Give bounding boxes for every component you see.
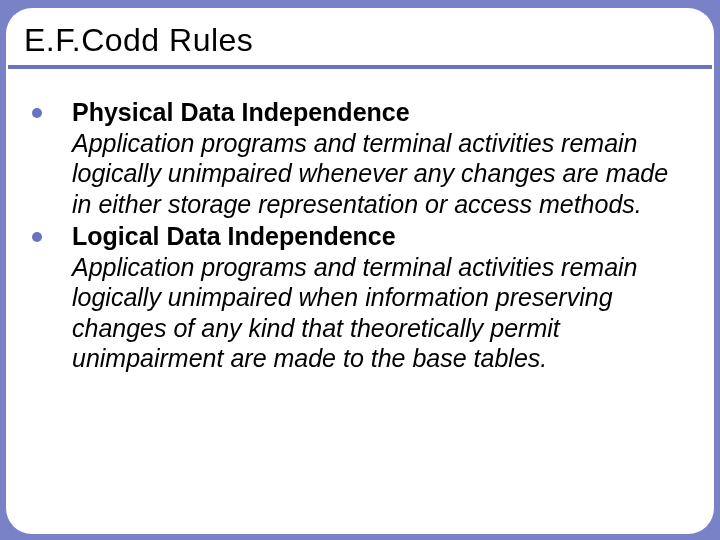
bullet-icon bbox=[32, 108, 42, 118]
title-bar: E.F.Codd Rules bbox=[8, 8, 712, 69]
slide-card: E.F.Codd Rules Physical Data Independenc… bbox=[6, 8, 714, 534]
rule-description: Application programs and terminal activi… bbox=[72, 129, 668, 218]
slide-body: Physical Data Independence Application p… bbox=[6, 69, 714, 386]
list-item: Logical Data Independence Application pr… bbox=[28, 221, 694, 374]
slide-title: E.F.Codd Rules bbox=[24, 22, 696, 59]
rule-description: Application programs and terminal activi… bbox=[72, 253, 638, 373]
list-item: Physical Data Independence Application p… bbox=[28, 97, 694, 219]
rule-text: Physical Data Independence Application p… bbox=[72, 97, 694, 219]
rule-text: Logical Data Independence Application pr… bbox=[72, 221, 694, 374]
rule-heading: Logical Data Independence bbox=[72, 222, 396, 250]
rule-heading: Physical Data Independence bbox=[72, 98, 410, 126]
bullet-icon bbox=[32, 232, 42, 242]
